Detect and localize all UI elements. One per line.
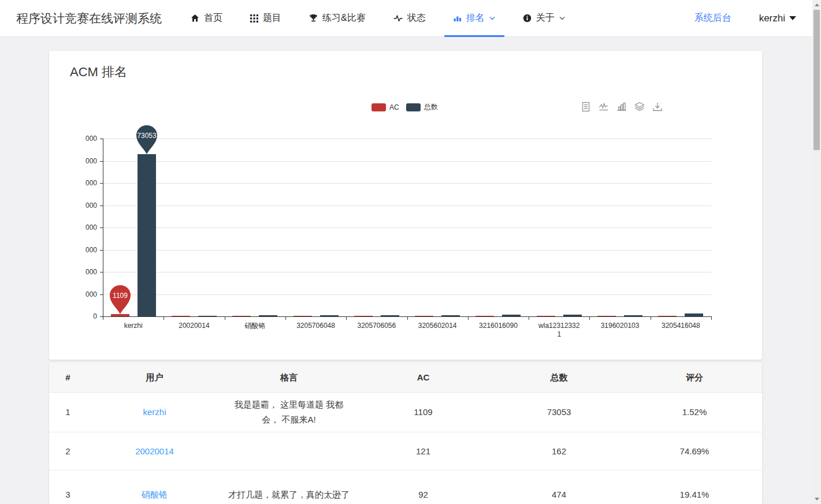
total-cell: 474 [491,483,627,504]
username: kerzhi [759,13,785,24]
y-axis-label: 000 [73,291,97,298]
nav-item-label: 排名 [466,12,485,24]
x-axis-label: wla123123321 [538,322,580,339]
grid-line [103,272,711,272]
y-axis-label: 000 [73,158,97,165]
rank-cell: 2 [49,439,87,464]
x-axis-label: 3205602014 [417,322,458,330]
bar-total [198,316,217,317]
app-title: 程序设计竞赛在线评测系统 [16,10,162,27]
x-axis-tick [589,316,590,320]
table-row: 1 kerzhi 我是题霸， 这里每道题 我都会， 不服来A! 1109 730… [49,393,762,432]
grid-icon [250,14,258,23]
x-axis-label: 3205416048 [660,322,701,330]
bar-ac [415,316,433,317]
x-axis-tick [285,316,286,320]
bar-ac [354,316,373,317]
col-header-motto: 格言 [222,365,355,390]
total-cell: 73053 [491,400,627,424]
y-axis-line [103,139,103,316]
user-link[interactable]: 20020014 [135,446,174,456]
x-axis-label: 3196020103 [599,322,641,330]
col-header-user: 用户 [87,365,222,390]
bar-total [138,154,156,316]
rank-cell: 1 [49,400,87,424]
grid-line [103,294,711,295]
col-header-ac: AC [355,365,491,390]
scroll-down-button[interactable] [812,494,821,504]
user-dropdown[interactable]: kerzhi [759,13,796,24]
nav-menu: 首页 题目 [177,0,579,36]
y-axis-label: 000 [73,180,97,186]
caret-down-icon [789,16,796,20]
table-header-row: # 用户 格言 AC 总数 评分 [49,363,762,393]
bar-total [563,315,582,316]
bar-ac [597,316,616,317]
chevron-down-icon [559,16,565,20]
grid-line [103,227,711,228]
user-link[interactable]: 硝酸铬 [142,490,168,499]
nav-item-label: 题目 [263,12,281,24]
grid-line [103,161,711,162]
motto-cell: 才打几题，就累了，真的太逊了 [222,483,355,504]
mark-point-pin: 73053 [135,125,158,155]
admin-backend-link[interactable]: 系统后台 [694,12,731,24]
bar-ac [475,316,494,317]
x-axis-tick [407,316,408,320]
x-axis-label: kerzhi [113,322,154,330]
top-navbar: 程序设计竞赛在线评测系统 首页 题目 [0,0,812,37]
total-cell: 162 [491,439,627,464]
table-row: 3 硝酸铬 才打几题，就累了，真的太逊了 92 474 19.41% [49,471,762,504]
x-axis-tick [529,316,529,320]
motto-cell [222,447,355,456]
scroll-down-icon [815,498,819,501]
x-axis-tick [711,316,712,320]
nav-item-problems[interactable]: 题目 [236,0,295,36]
ac-cell: 1109 [355,400,491,424]
bar-ac [172,316,190,317]
bar-ac [537,316,555,317]
x-axis-tick [103,316,103,320]
x-axis-tick [164,316,164,320]
navbar-right: 系统后台 kerzhi [694,12,796,24]
nav-item-label: 关于 [536,12,555,24]
y-axis-label: 000 [73,247,97,253]
rank-cell: 3 [49,483,87,504]
nav-item-status[interactable]: 状态 [380,0,440,36]
nav-item-home[interactable]: 首页 [177,0,236,36]
x-axis-label: 硝酸铬 [234,322,276,330]
bar-total [685,313,703,316]
home-icon [191,14,199,23]
bar-total [381,315,399,316]
grid-line [103,250,711,251]
info-icon [523,14,532,23]
nav-item-practice-contest[interactable]: 练习&比赛 [295,0,380,36]
user-link[interactable]: kerzhi [143,407,166,417]
col-header-rank: # [49,365,87,390]
nav-item-about[interactable]: 关于 [509,0,579,36]
y-axis-label: 0 [73,313,97,320]
scrollbar-thumb[interactable] [813,10,820,150]
page-scrollbar[interactable] [812,0,821,504]
bar-total [320,315,339,316]
nav-item-label: 首页 [204,12,222,24]
x-axis-tick [468,316,469,320]
nav-item-label: 状态 [407,12,426,24]
nav-item-label: 练习&比赛 [322,12,366,24]
acm-ranking-chart-card: ACM 排名 AC 总数 [49,51,762,360]
x-axis-tick [346,316,347,320]
x-axis-label: 3216016090 [477,322,519,330]
ac-cell: 121 [355,439,491,464]
nav-item-ranking[interactable]: 排名 [440,0,509,36]
x-axis-label: 3205706048 [295,322,337,330]
ranking-table-card: # 用户 格言 AC 总数 评分 1 kerzhi 我是题霸， 这里每道题 我都… [49,363,762,504]
y-axis-label: 000 [73,135,97,142]
ratio-cell: 74.69% [627,439,762,464]
bar-total [441,315,460,316]
scroll-up-button[interactable] [812,0,821,10]
x-axis-label: 20020014 [173,322,215,330]
bar-ac [658,316,677,317]
ratio-cell: 1.52% [627,400,762,424]
y-axis-label: 000 [73,202,97,209]
bar-ac [294,316,312,317]
